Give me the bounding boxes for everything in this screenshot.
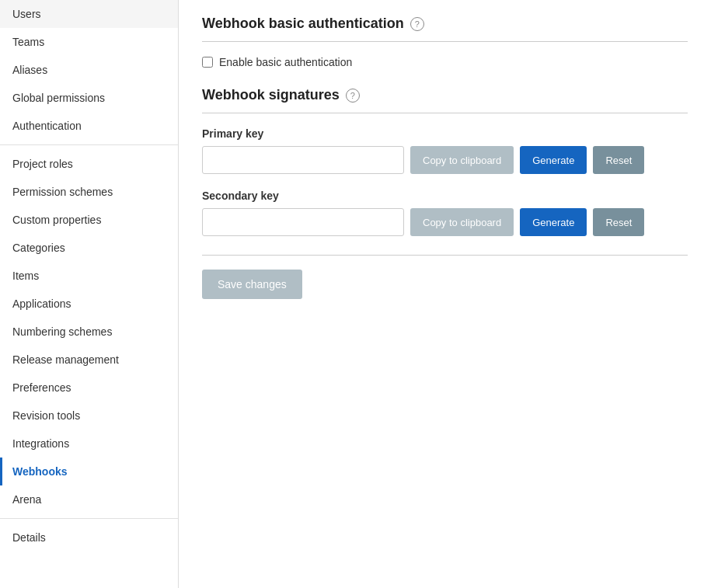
sidebar: Users Teams Aliases Global permissions A…: [0, 0, 179, 588]
primary-key-label: Primary key: [202, 127, 688, 140]
sidebar-item-applications[interactable]: Applications: [0, 290, 178, 318]
sidebar-item-revision-tools[interactable]: Revision tools: [0, 402, 178, 430]
sidebar-item-permission-schemes[interactable]: Permission schemes: [0, 178, 178, 206]
primary-key-copy-button[interactable]: Copy to clipboard: [410, 146, 514, 174]
sidebar-item-custom-properties[interactable]: Custom properties: [0, 206, 178, 234]
secondary-key-generate-button[interactable]: Generate: [520, 208, 587, 236]
sidebar-item-webhooks[interactable]: Webhooks: [0, 458, 178, 485]
basic-auth-help-icon[interactable]: ?: [410, 17, 424, 31]
basic-auth-title-text: Webhook basic authentication: [202, 16, 404, 32]
sidebar-divider-1: [0, 144, 178, 145]
secondary-key-row: Copy to clipboard Generate Reset: [202, 208, 688, 236]
signatures-divider: [202, 113, 688, 113]
sidebar-item-release-management[interactable]: Release management: [0, 346, 178, 374]
sidebar-item-details[interactable]: Details: [0, 524, 178, 551]
save-divider: [202, 255, 688, 256]
basic-auth-section: Webhook basic authentication ? Enable ba…: [202, 16, 688, 68]
secondary-key-input[interactable]: [202, 208, 404, 236]
primary-key-generate-button[interactable]: Generate: [520, 146, 587, 174]
save-row: Save changes: [202, 270, 688, 299]
signatures-title-text: Webhook signatures: [202, 87, 340, 103]
sidebar-item-authentication[interactable]: Authentication: [0, 112, 178, 140]
sidebar-item-global-permissions[interactable]: Global permissions: [0, 84, 178, 112]
sidebar-item-numbering-schemes[interactable]: Numbering schemes: [0, 318, 178, 346]
sidebar-item-teams[interactable]: Teams: [0, 28, 178, 56]
sidebar-item-categories[interactable]: Categories: [0, 234, 178, 262]
signatures-help-icon[interactable]: ?: [346, 89, 360, 103]
sidebar-item-arena[interactable]: Arena: [0, 485, 178, 513]
main-content: Webhook basic authentication ? Enable ba…: [179, 0, 711, 588]
sidebar-item-aliases[interactable]: Aliases: [0, 56, 178, 84]
sidebar-item-items[interactable]: Items: [0, 262, 178, 290]
basic-auth-title: Webhook basic authentication ?: [202, 16, 688, 32]
primary-key-input[interactable]: [202, 146, 404, 174]
secondary-key-copy-button[interactable]: Copy to clipboard: [410, 208, 514, 236]
secondary-key-reset-button[interactable]: Reset: [593, 208, 644, 236]
basic-auth-divider: [202, 41, 688, 42]
secondary-key-label: Secondary key: [202, 190, 688, 202]
primary-key-row: Copy to clipboard Generate Reset: [202, 146, 688, 174]
sidebar-item-integrations[interactable]: Integrations: [0, 430, 178, 458]
sidebar-divider-2: [0, 518, 178, 519]
basic-auth-checkbox-row: Enable basic authentication: [202, 56, 688, 68]
sidebar-item-users[interactable]: Users: [0, 0, 178, 28]
save-changes-button[interactable]: Save changes: [202, 270, 302, 299]
signatures-section: Webhook signatures ? Primary key Copy to…: [202, 87, 688, 236]
enable-basic-auth-checkbox[interactable]: [202, 57, 213, 68]
signatures-title: Webhook signatures ?: [202, 87, 688, 103]
sidebar-item-preferences[interactable]: Preferences: [0, 374, 178, 402]
primary-key-reset-button[interactable]: Reset: [593, 146, 644, 174]
sidebar-item-project-roles[interactable]: Project roles: [0, 150, 178, 178]
enable-basic-auth-label[interactable]: Enable basic authentication: [219, 56, 352, 68]
